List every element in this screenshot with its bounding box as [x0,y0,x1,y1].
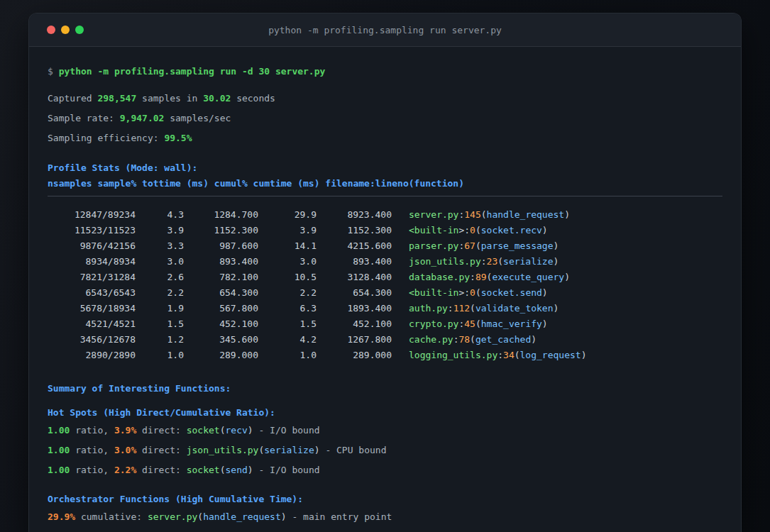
cell-cumtime: 893.400 [317,254,392,270]
table-columns-header: nsamples sample% tottime (ms) cumul% cum… [48,176,722,192]
cell-tottime: 654.300 [184,285,258,301]
cell-tottime: 782.100 [184,270,258,285]
captured-line: Captured 298,547 samples in 30.02 second… [48,91,722,106]
hot-spot-line: 1.00 ratio, 2.2% direct: socket(send) - … [48,462,722,478]
cell-function-ref: parser.py:67(parse_message) [409,238,559,254]
duration-value: 30.02 [203,93,231,104]
orchestrator-line: 14.1% cumulative: parser.py(parse_messag… [48,529,722,532]
cell-cumul-pct: 1.5 [258,316,317,332]
cell-tottime: 893.400 [184,254,258,270]
cell-nsamples: 4521/4521 [48,316,136,332]
cell-cumul-pct: 4.2 [258,332,317,348]
cell-cumtime: 654.300 [317,285,392,301]
cell-sample-pct: 3.9 [136,223,184,238]
table-row: 4521/45211.5452.1001.5452.100crypto.py:4… [48,316,722,332]
sample-rate-line: Sample rate: 9,947.02 samples/sec [48,111,722,126]
cell-nsamples: 5678/18934 [48,301,136,316]
efficiency-line: Sampling efficiency: 99.5% [48,131,722,146]
cell-function-ref: database.py:89(execute_query) [409,270,570,285]
cell-tottime: 289.000 [184,348,258,363]
table-row: 5678/189341.9567.8006.31893.400auth.py:1… [48,301,722,316]
cell-tottime: 987.600 [184,238,258,254]
cell-cumtime: 3128.400 [317,270,392,285]
hot-spots-heading: Hot Spots (High Direct/Cumulative Ratio)… [48,405,722,421]
table-divider [48,196,722,196]
cell-sample-pct: 1.2 [136,332,184,348]
cell-function-ref: json_utils.py:23(serialize) [409,254,559,270]
orchestrator-line: 29.9% cumulative: server.py(handle_reque… [48,509,722,525]
cell-sample-pct: 3.0 [136,254,184,270]
cell-tottime: 452.100 [184,316,258,332]
rate-value: 9,947.02 [120,113,165,123]
cell-sample-pct: 4.3 [136,207,184,223]
hot-spot-line: 1.00 ratio, 3.0% direct: json_utils.py(s… [48,443,722,458]
cell-tottime: 1284.700 [184,207,258,223]
cell-function-ref: logging_utils.py:34(log_request) [409,348,586,363]
cell-nsamples: 3456/12678 [48,332,136,348]
cell-cumul-pct: 2.2 [258,285,317,301]
cell-cumtime: 289.000 [317,348,392,363]
cell-tottime: 1152.300 [184,223,258,238]
cell-nsamples: 12847/89234 [48,207,136,223]
window-title: python -m profiling.sampling run server.… [29,25,741,35]
cell-cumtime: 1267.800 [317,332,392,348]
terminal-body[interactable]: $ python -m profiling.sampling run -d 30… [29,47,741,532]
cell-tottime: 567.800 [184,301,258,316]
table-row: 8934/89343.0893.4003.0893.400json_utils.… [48,254,722,270]
command-text: python -m profiling.sampling run -d 30 s… [59,66,326,77]
cell-nsamples: 9876/42156 [48,238,136,254]
terminal-titlebar[interactable]: python -m profiling.sampling run server.… [29,13,741,47]
cell-sample-pct: 2.2 [136,285,184,301]
cell-sample-pct: 1.5 [136,316,184,332]
command-line: $ python -m profiling.sampling run -d 30… [48,64,722,79]
table-row: 7821/312842.6782.10010.53128.400database… [48,270,722,285]
table-row: 11523/115233.91152.3003.91152.300<built-… [48,223,722,238]
cell-sample-pct: 3.3 [136,238,184,254]
orchestrator-heading: Orchestrator Functions (High Cumulative … [48,492,722,507]
cell-cumul-pct: 29.9 [258,207,317,223]
cell-cumtime: 1152.300 [317,223,392,238]
table-row: 2890/28901.0289.0001.0289.000logging_uti… [48,348,722,363]
table-row: 12847/892344.31284.70029.98923.400server… [48,207,722,223]
cell-function-ref: <built-in>:0(socket.send) [409,285,548,301]
table-row: 6543/65432.2654.3002.2654.300<built-in>:… [48,285,722,301]
cell-function-ref: cache.py:78(get_cached) [409,332,537,348]
cell-function-ref: <built-in>:0(socket.recv) [409,223,548,238]
cell-cumtime: 1893.400 [317,301,392,316]
cell-cumtime: 8923.400 [317,207,392,223]
table-row: 3456/126781.2345.6004.21267.800cache.py:… [48,332,722,348]
cell-sample-pct: 1.9 [136,301,184,316]
cell-nsamples: 11523/11523 [48,223,136,238]
table-row: 9876/421563.3987.60014.14215.600parser.p… [48,238,722,254]
cell-cumtime: 452.100 [317,316,392,332]
prompt-symbol: $ [48,66,59,77]
hot-spot-line: 1.00 ratio, 3.9% direct: socket(recv) - … [48,423,722,438]
cell-cumul-pct: 1.0 [258,348,317,363]
cell-cumul-pct: 3.9 [258,223,317,238]
profile-stats-heading: Profile Stats (Mode: wall): [48,160,722,176]
cell-sample-pct: 1.0 [136,348,184,363]
cell-nsamples: 8934/8934 [48,254,136,270]
efficiency-value: 99.5% [164,133,192,143]
cell-function-ref: auth.py:112(validate_token) [409,301,559,316]
cell-function-ref: server.py:145(handle_request) [409,207,570,223]
cell-sample-pct: 2.6 [136,270,184,285]
cell-cumul-pct: 3.0 [258,254,317,270]
cell-nsamples: 2890/2890 [48,348,136,363]
cell-cumul-pct: 6.3 [258,301,317,316]
cell-cumul-pct: 14.1 [258,238,317,254]
cell-function-ref: crypto.py:45(hmac_verify) [409,316,548,332]
cell-nsamples: 6543/6543 [48,285,136,301]
summary-heading: Summary of Interesting Functions: [48,381,722,397]
samples-count: 298,547 [97,93,136,104]
cell-cumtime: 4215.600 [317,238,392,254]
cell-cumul-pct: 10.5 [258,270,317,285]
cell-tottime: 345.600 [184,332,258,348]
cell-nsamples: 7821/31284 [48,270,136,285]
terminal-window: python -m profiling.sampling run server.… [28,13,742,532]
